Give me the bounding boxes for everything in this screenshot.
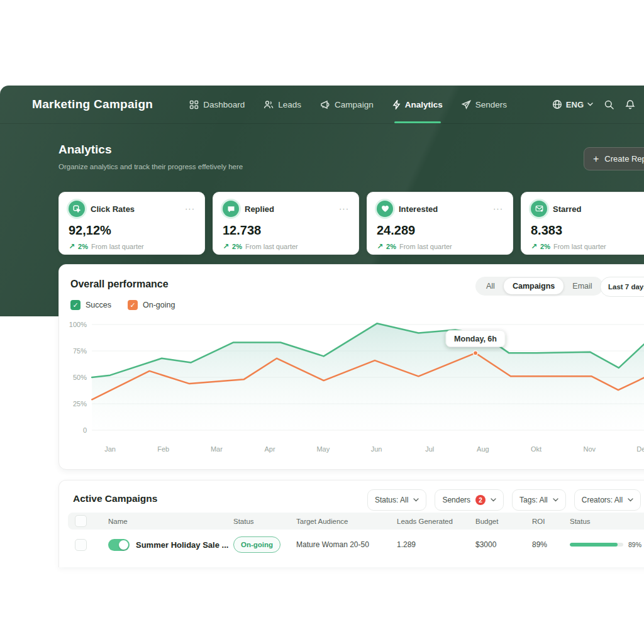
page-title: Analytics [58, 143, 243, 157]
page-subtitle: Organize analytics and track their progr… [58, 163, 243, 170]
checkbox-checked-icon[interactable]: ✓ [128, 300, 138, 310]
page-header: Analytics Organize analytics and track t… [58, 143, 243, 170]
roi-cell: 89% [532, 540, 570, 549]
campaign-active-toggle[interactable] [108, 539, 130, 551]
trend-up-icon: ↗ [531, 242, 537, 251]
svg-text:100%: 100% [69, 321, 87, 328]
svg-text:25%: 25% [73, 400, 87, 408]
nav-item-campaign[interactable]: Campaign [320, 86, 374, 123]
filter-tags-dropdown[interactable]: Tags: All [512, 489, 566, 511]
legend-item-succes[interactable]: ✓ Succes [70, 300, 111, 310]
nav-item-senders[interactable]: Senders [462, 86, 507, 123]
campaign-name: Summer Holiday Sale ... [136, 540, 228, 550]
trend-percent: 2% [232, 243, 242, 250]
svg-text:Jan: Jan [104, 445, 116, 453]
progress-bar [570, 543, 623, 547]
svg-text:Monday, 6h: Monday, 6h [454, 335, 497, 343]
svg-text:Aug: Aug [477, 445, 489, 453]
trend-caption: From last quarter [245, 243, 298, 250]
senders-count-badge: 2 [475, 495, 486, 505]
column-header-roi: ROI [532, 518, 570, 525]
notifications-bell-icon[interactable] [625, 99, 635, 110]
dashboard-icon [189, 100, 199, 109]
budget-cell: $3000 [475, 540, 532, 549]
svg-text:May: May [316, 445, 330, 453]
trend-up-icon: ↗ [377, 242, 383, 251]
svg-text:Okt: Okt [531, 445, 541, 453]
chevron-down-icon [587, 103, 593, 106]
navbar-actions: ENG [552, 99, 635, 110]
stat-title: Starred [553, 204, 582, 214]
checkbox-checked-icon[interactable]: ✓ [70, 300, 80, 310]
table-row[interactable]: Summer Holiday Sale ... On-going Mature … [68, 530, 644, 560]
date-range-dropdown[interactable]: Last 7 days [600, 277, 644, 297]
active-campaigns-card: Active Campaigns Status: All Senders 2 T… [58, 480, 644, 567]
more-options-icon[interactable]: ··· [339, 207, 349, 211]
language-selector[interactable]: ENG [552, 99, 593, 109]
tab-email[interactable]: Email [564, 279, 601, 294]
column-header-budget: Budget [475, 518, 532, 525]
stat-card-interested: Interested ··· 24.289 ↗ 2% From last qua… [367, 192, 513, 255]
svg-text:Des: Des [636, 445, 644, 453]
more-options-icon[interactable]: ··· [493, 207, 503, 211]
row-checkbox[interactable] [75, 539, 87, 551]
trend-up-icon: ↗ [223, 242, 229, 251]
filter-label: Senders [442, 496, 470, 504]
trend-percent: 2% [386, 243, 396, 250]
nav-label: Senders [475, 100, 507, 109]
chevron-down-icon [553, 498, 558, 502]
chat-icon [223, 201, 239, 217]
svg-text:Mar: Mar [211, 445, 223, 453]
nav-item-leads[interactable]: Leads [264, 86, 301, 123]
svg-text:Feb: Feb [157, 445, 169, 453]
chart-title: Overall performance [70, 279, 169, 290]
top-navbar: Marketing Campaign Dashboard Leads Campa… [0, 86, 644, 124]
stat-cards-row: Click Rates ··· 92,12% ↗ 2% From last qu… [58, 192, 644, 255]
nav-label: Analytics [405, 100, 443, 109]
search-icon[interactable] [604, 99, 614, 110]
table-filters: Status: All Senders 2 Tags: All Creators… [367, 489, 644, 511]
svg-text:Jun: Jun [371, 445, 382, 453]
filter-senders-dropdown[interactable]: Senders 2 [435, 489, 504, 511]
column-header-name: Name [108, 518, 233, 525]
filter-status-dropdown[interactable]: Status: All [367, 489, 426, 511]
chart-legend: ✓ Succes ✓ On-going [70, 300, 175, 310]
plus-icon: + [593, 153, 599, 165]
svg-text:75%: 75% [73, 347, 87, 355]
column-header-leads: Leads Generated [397, 518, 475, 525]
stat-title: Click Rates [91, 204, 135, 214]
table-header: Name Status Target Audience Leads Genera… [68, 513, 644, 530]
leads-icon [264, 100, 274, 109]
nav-label: Leads [278, 100, 301, 109]
progress-label: 89% [628, 541, 641, 548]
filter-label: Tags: All [519, 496, 548, 504]
legend-label: On-going [143, 301, 175, 309]
table-title: Active Campaigns [73, 493, 157, 504]
legend-item-ongoing[interactable]: ✓ On-going [128, 300, 175, 310]
svg-text:Jul: Jul [425, 445, 434, 453]
leads-generated-cell: 1.289 [397, 540, 475, 549]
stat-value: 24.289 [377, 223, 503, 238]
nav-item-analytics[interactable]: Analytics [392, 86, 443, 123]
tab-campaigns[interactable]: Campaigns [504, 278, 564, 294]
lightning-icon [392, 100, 401, 109]
svg-text:Apr: Apr [265, 445, 275, 453]
create-report-button[interactable]: + Create Report [584, 147, 644, 170]
paper-plane-icon [462, 100, 471, 109]
svg-text:0: 0 [83, 426, 87, 434]
select-all-checkbox[interactable] [75, 515, 87, 527]
filter-creators-dropdown[interactable]: Creators: All [574, 489, 641, 511]
main-nav: Dashboard Leads Campaign Analytics Sende… [189, 86, 507, 123]
click-icon [69, 201, 85, 217]
date-range-label: Last 7 days [608, 283, 644, 291]
nav-item-dashboard[interactable]: Dashboard [189, 86, 245, 123]
target-audience-cell: Mature Woman 20-50 [296, 540, 397, 549]
tab-all[interactable]: All [477, 279, 504, 294]
stat-title: Interested [399, 204, 438, 214]
more-options-icon[interactable]: ··· [185, 207, 195, 211]
trend-caption: From last quarter [91, 243, 144, 250]
filter-label: Creators: All [582, 496, 623, 504]
heart-icon [377, 201, 393, 217]
chevron-down-icon [491, 498, 496, 502]
chevron-down-icon [413, 498, 419, 502]
